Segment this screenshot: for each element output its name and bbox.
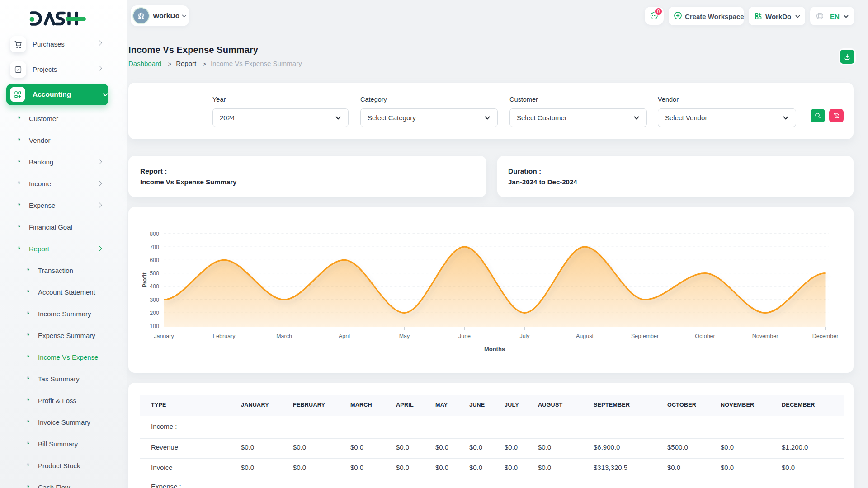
svg-text:June: June	[458, 333, 471, 339]
svg-text:May: May	[399, 333, 410, 339]
svg-text:August: August	[576, 333, 594, 339]
svg-text:January: January	[154, 333, 174, 339]
svg-text:100: 100	[150, 323, 159, 329]
svg-text:September: September	[631, 333, 659, 339]
svg-text:July: July	[519, 333, 530, 339]
svg-text:800: 800	[150, 231, 159, 237]
svg-text:600: 600	[150, 257, 159, 263]
svg-text:Months: Months	[484, 346, 505, 352]
svg-text:March: March	[276, 333, 292, 339]
svg-text:February: February	[212, 333, 236, 339]
svg-text:October: October	[695, 333, 715, 339]
svg-text:700: 700	[150, 244, 159, 250]
svg-text:400: 400	[150, 283, 159, 290]
svg-text:April: April	[339, 333, 350, 339]
svg-text:300: 300	[150, 297, 159, 303]
svg-text:200: 200	[150, 310, 159, 316]
svg-text:500: 500	[150, 270, 159, 277]
svg-text:Profit: Profit	[142, 272, 148, 287]
svg-text:November: November	[752, 333, 778, 339]
svg-text:December: December	[812, 333, 839, 339]
